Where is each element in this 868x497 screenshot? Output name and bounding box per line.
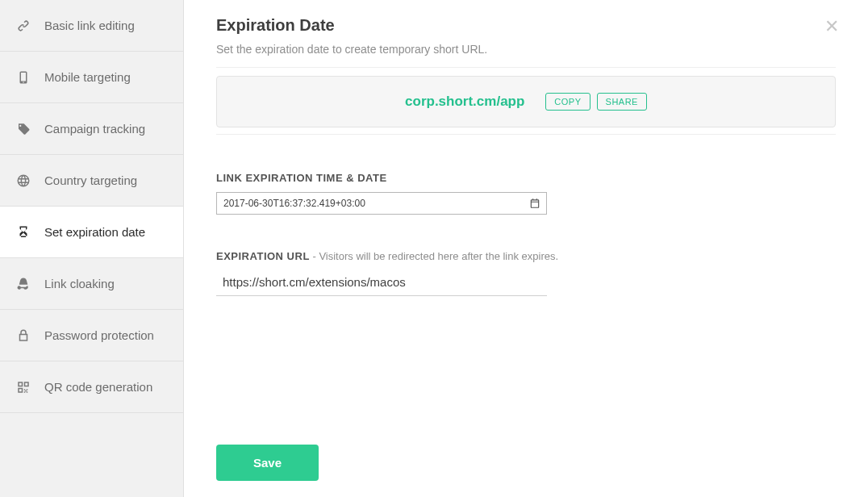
short-url-card: corp.short.cm/app COPY SHARE bbox=[216, 76, 836, 127]
expiration-time-field-wrap bbox=[216, 192, 547, 215]
sidebar: Basic link editing Mobile targeting Camp… bbox=[0, 0, 184, 497]
sidebar-item-campaign-tracking[interactable]: Campaign tracking bbox=[0, 103, 183, 155]
page-title: Expiration Date bbox=[216, 16, 836, 35]
sidebar-item-label: Password protection bbox=[44, 328, 154, 342]
sidebar-item-mobile-targeting[interactable]: Mobile targeting bbox=[0, 52, 183, 103]
expiration-url-hint: - Visitors will be redirected here after… bbox=[310, 250, 558, 262]
lock-icon bbox=[16, 328, 31, 343]
sidebar-item-basic-link-editing[interactable]: Basic link editing bbox=[0, 0, 183, 52]
share-button[interactable]: SHARE bbox=[597, 93, 647, 111]
sidebar-item-set-expiration-date[interactable]: Set expiration date bbox=[0, 207, 183, 258]
link-icon bbox=[16, 19, 31, 33]
sidebar-item-country-targeting[interactable]: Country targeting bbox=[0, 155, 183, 207]
tag-icon bbox=[16, 122, 31, 136]
qr-icon bbox=[16, 380, 31, 395]
sidebar-item-label: Campaign tracking bbox=[44, 122, 145, 136]
incognito-icon bbox=[16, 277, 31, 291]
sidebar-item-link-cloaking[interactable]: Link cloaking bbox=[0, 258, 183, 310]
divider bbox=[216, 134, 836, 135]
page-subtitle: Set the expiration date to create tempor… bbox=[216, 43, 836, 68]
expiration-time-input[interactable] bbox=[216, 192, 547, 215]
save-button[interactable]: Save bbox=[216, 445, 319, 481]
sidebar-item-label: Basic link editing bbox=[44, 19, 135, 32]
expiration-time-label: LINK EXPIRATION TIME & DATE bbox=[216, 172, 836, 184]
sidebar-item-label: Mobile targeting bbox=[44, 70, 131, 84]
sidebar-item-label: Country targeting bbox=[44, 173, 137, 187]
expiration-url-label-row: EXPIRATION URL - Visitors will be redire… bbox=[216, 250, 836, 262]
main-panel: ✕ Expiration Date Set the expiration dat… bbox=[184, 0, 868, 497]
sidebar-item-label: Set expiration date bbox=[44, 225, 145, 239]
copy-button[interactable]: COPY bbox=[545, 93, 590, 111]
globe-icon bbox=[16, 173, 31, 188]
mobile-icon bbox=[16, 70, 31, 85]
short-url-text: corp.short.cm/app bbox=[405, 94, 524, 110]
close-icon[interactable]: ✕ bbox=[824, 18, 839, 36]
sidebar-item-label: Link cloaking bbox=[44, 277, 115, 290]
hourglass-icon bbox=[16, 225, 31, 240]
sidebar-item-password-protection[interactable]: Password protection bbox=[0, 310, 183, 361]
sidebar-item-label: QR code generation bbox=[44, 380, 152, 394]
expiration-url-label: EXPIRATION URL bbox=[216, 250, 310, 262]
expiration-url-input[interactable] bbox=[216, 270, 547, 296]
sidebar-item-qr-code-generation[interactable]: QR code generation bbox=[0, 361, 183, 413]
url-action-group: COPY SHARE bbox=[545, 93, 647, 111]
